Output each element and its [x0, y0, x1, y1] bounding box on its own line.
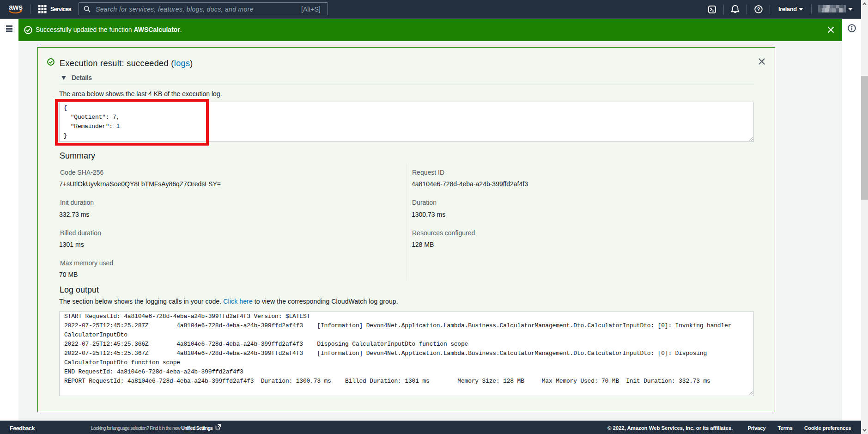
svg-text:?: ?: [757, 6, 760, 12]
